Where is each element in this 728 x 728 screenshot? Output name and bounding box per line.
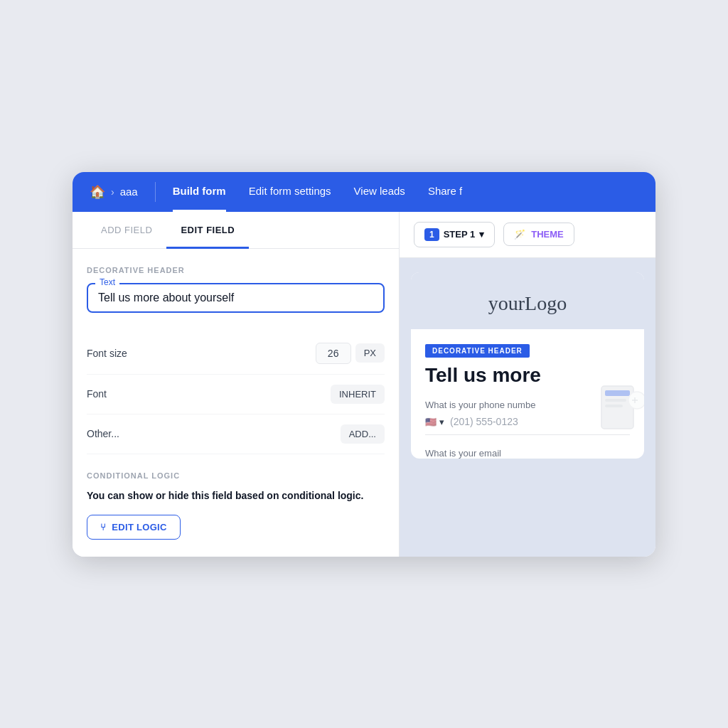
font-controls: INHERIT — [331, 385, 385, 404]
flag-chevron: ▾ — [439, 417, 444, 427]
conditional-logic-section: CONDITIONAL LOGIC You can show or hide t… — [87, 471, 385, 540]
font-size-unit: PX — [355, 343, 385, 363]
tab-add-field[interactable]: ADD FIELD — [87, 212, 166, 249]
nav-tabs: Build form Edit form settings View leads… — [173, 172, 463, 212]
app-container: 🏠 › aaa Build form Edit form settings Vi… — [73, 172, 655, 557]
step-label: STEP 1 — [444, 229, 476, 240]
step-chevron-icon: ▾ — [479, 229, 484, 240]
field-editor: DECORATIVE HEADER Text Font size PX Font — [73, 249, 399, 557]
email-field-label: What is your email — [425, 448, 630, 459]
other-value-badge[interactable]: ADD... — [341, 424, 385, 444]
preview-toolbar: 1 STEP 1 ▾ 🪄 THEME — [400, 212, 655, 258]
edit-logic-icon: ⑂ — [100, 522, 106, 532]
edit-logic-button[interactable]: ⑂ EDIT LOGIC — [87, 515, 181, 540]
form-preview: yourLogo — [411, 272, 644, 459]
conditional-description: You can show or hide this field based on… — [87, 488, 385, 503]
left-panel: ADD FIELD EDIT FIELD DECORATIVE HEADER T… — [73, 212, 400, 557]
nav-tab-settings[interactable]: Edit form settings — [249, 172, 331, 212]
text-field-input[interactable] — [98, 291, 373, 304]
conditional-section-label: CONDITIONAL LOGIC — [87, 471, 385, 480]
illustration — [594, 372, 644, 446]
font-size-label: Font size — [87, 348, 127, 359]
other-row: Other... ADD... — [87, 414, 385, 454]
form-body: DECORATIVE HEADER Tell us more What is y… — [411, 329, 644, 459]
main-content: ADD FIELD EDIT FIELD DECORATIVE HEADER T… — [73, 212, 655, 557]
nav-tab-leads[interactable]: View leads — [354, 172, 405, 212]
decorative-header-badge: DECORATIVE HEADER — [425, 344, 530, 358]
breadcrumb-label: aaa — [120, 186, 138, 198]
svg-rect-2 — [605, 399, 626, 402]
flag-button[interactable]: 🇺🇸 ▾ — [425, 417, 444, 427]
phone-placeholder: (201) 555-0123 — [450, 416, 518, 427]
right-panel: 1 STEP 1 ▾ 🪄 THEME yourLogo — [400, 212, 655, 557]
nav-tab-build[interactable]: Build form — [173, 172, 226, 212]
font-label: Font — [87, 388, 107, 400]
top-nav: 🏠 › aaa Build form Edit form settings Vi… — [73, 172, 655, 212]
font-row: Font INHERIT — [87, 375, 385, 414]
form-logo: yourLogo — [428, 292, 627, 315]
home-icon[interactable]: 🏠 — [90, 184, 105, 200]
font-size-controls: PX — [316, 343, 385, 364]
text-field-floating-label: Text — [95, 277, 119, 287]
svg-rect-1 — [605, 390, 630, 396]
font-value-badge[interactable]: INHERIT — [331, 385, 385, 404]
font-size-row: Font size PX — [87, 333, 385, 375]
tab-edit-field[interactable]: EDIT FIELD — [166, 212, 249, 249]
nav-divider — [155, 182, 156, 202]
theme-button[interactable]: 🪄 THEME — [503, 223, 574, 246]
step-badge: 1 — [424, 228, 439, 241]
text-field-wrapper: Text — [87, 283, 385, 313]
flag-emoji: 🇺🇸 — [425, 417, 437, 427]
breadcrumb-chevron: › — [111, 186, 114, 198]
panel-tabs: ADD FIELD EDIT FIELD — [73, 212, 399, 249]
other-label: Other... — [87, 428, 119, 439]
step-button[interactable]: 1 STEP 1 ▾ — [414, 222, 495, 247]
theme-icon: 🪄 — [514, 229, 525, 240]
other-controls: ADD... — [341, 424, 385, 444]
font-size-input[interactable] — [316, 343, 351, 364]
theme-label: THEME — [531, 229, 564, 240]
nav-tab-share[interactable]: Share f — [428, 172, 462, 212]
section-label-decorative: DECORATIVE HEADER — [87, 266, 385, 274]
edit-logic-label: EDIT LOGIC — [112, 522, 166, 532]
svg-rect-3 — [605, 405, 623, 407]
form-logo-area: yourLogo — [411, 272, 644, 329]
